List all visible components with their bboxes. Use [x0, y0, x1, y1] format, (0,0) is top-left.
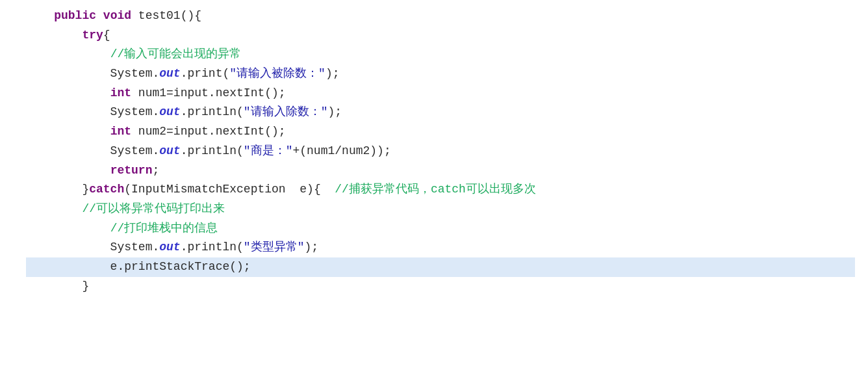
code-token: "类型异常": [244, 241, 305, 254]
code-line: public void test01(){: [26, 7, 855, 26]
code-token: [26, 222, 110, 235]
code-token: "商是：": [244, 144, 293, 157]
code-token: ;: [152, 164, 159, 177]
code-token: catch: [89, 183, 124, 196]
code-token: .print(: [181, 67, 230, 80]
code-token: .println(: [181, 241, 244, 254]
code-editor: public void test01(){ try{ //输入可能会出现的异常 …: [0, 0, 868, 368]
code-token: //打印堆栈中的信息: [110, 222, 218, 235]
code-line: }catch(InputMismatchException e){ //捕获异常…: [26, 180, 855, 200]
code-token: }: [26, 183, 89, 196]
code-token: int: [110, 86, 131, 99]
code-token: void: [103, 9, 138, 22]
code-token: }: [26, 280, 89, 293]
code-token: (InputMismatchException e){: [124, 183, 335, 196]
code-line: return;: [26, 161, 855, 181]
code-token: public: [54, 9, 103, 22]
code-line: System.out.println("类型异常");: [26, 238, 855, 257]
code-token: [26, 125, 110, 138]
code-token: );: [326, 67, 340, 80]
code-token: int: [110, 125, 131, 138]
code-line: try{: [26, 26, 855, 46]
code-token: System.: [26, 241, 159, 254]
code-token: [26, 9, 54, 22]
code-line: System.out.print("请输入被除数：");: [26, 64, 855, 84]
code-token: num2=input.nextInt();: [131, 125, 286, 138]
code-token: [26, 164, 110, 177]
code-line: }: [26, 277, 855, 296]
code-token: System.: [26, 67, 159, 80]
code-token: //可以将异常代码打印出来: [26, 202, 225, 215]
code-token: test01(){: [138, 9, 201, 22]
code-token: //捕获异常代码，catch可以出现多次: [335, 183, 536, 196]
code-token: num1=input.nextInt();: [131, 86, 286, 99]
code-token: //输入可能会出现的异常: [110, 47, 242, 60]
code-line: //可以将异常代码打印出来: [26, 200, 855, 219]
code-token: [26, 86, 110, 99]
code-token: [26, 47, 110, 60]
code-line: int num2=input.nextInt();: [26, 122, 855, 142]
code-line: int num1=input.nextInt();: [26, 84, 855, 103]
code-token: [26, 29, 82, 42]
code-token: .println(: [181, 144, 244, 157]
code-token: );: [327, 105, 342, 118]
code-token: out: [159, 144, 180, 157]
code-token: out: [159, 241, 180, 254]
code-token: System.: [26, 144, 159, 157]
code-token: return: [110, 164, 153, 177]
code-token: try: [82, 29, 103, 42]
code-line: //输入可能会出现的异常: [26, 45, 855, 64]
code-token: );: [304, 241, 318, 254]
code-token: out: [159, 105, 180, 118]
code-token: "请输入除数：": [244, 105, 328, 118]
code-token: e.printStackTrace();: [26, 260, 251, 273]
code-token: +(num1/num2));: [292, 144, 390, 157]
code-line: e.printStackTrace();: [26, 257, 855, 277]
code-token: System.: [26, 105, 159, 118]
code-token: "请输入被除数：": [229, 67, 326, 80]
code-token: .println(: [181, 105, 244, 118]
code-line: //打印堆栈中的信息: [26, 219, 855, 239]
code-line: System.out.println("商是："+(num1/num2));: [26, 142, 855, 161]
code-line: System.out.println("请输入除数：");: [26, 103, 855, 122]
code-token: {: [103, 29, 110, 42]
code-token: out: [159, 67, 180, 80]
